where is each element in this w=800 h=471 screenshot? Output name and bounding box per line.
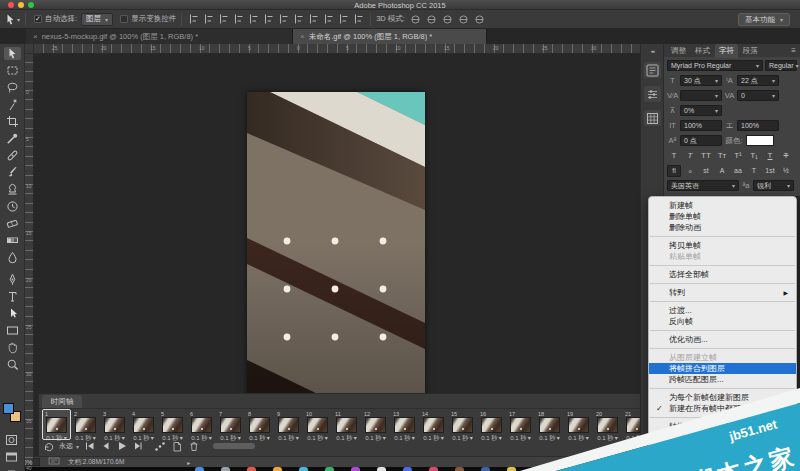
show-transform-checkbox[interactable]	[120, 15, 128, 23]
stylistic-alternates-button[interactable]: aa	[731, 165, 745, 177]
baseline-shift-field[interactable]: 0 点	[680, 135, 722, 146]
play-button[interactable]	[116, 441, 127, 451]
frame-1[interactable]: 10.1 秒 ▾	[43, 410, 70, 439]
dock-app-icon[interactable]	[273, 467, 282, 471]
frame-delay[interactable]: 0.1 秒 ▾	[538, 434, 561, 443]
frame-thumbnail[interactable]	[597, 417, 618, 433]
frame-18[interactable]: 180.1 秒 ▾	[536, 410, 563, 439]
timeline-scrollbar[interactable]	[213, 443, 255, 449]
frame-thumbnail[interactable]	[365, 417, 386, 433]
history-brush-tool[interactable]	[4, 200, 21, 213]
menu-item-14[interactable]: 优化动画...	[649, 334, 796, 345]
contextual-alternates-button[interactable]: ℴ	[683, 165, 697, 177]
all-caps-button[interactable]: TT	[699, 150, 713, 162]
frame-thumbnail[interactable]	[394, 417, 415, 433]
menu-item-11[interactable]: 过渡...	[649, 305, 796, 316]
frame-thumbnail[interactable]	[481, 417, 502, 433]
foreground-color-swatch[interactable]	[3, 403, 14, 414]
dock-app-icon[interactable]	[221, 467, 230, 471]
frame-thumbnail[interactable]	[75, 417, 96, 433]
tab-untitled[interactable]: × 未命名.gif @ 100% (图层 1, RGB/8) *	[293, 29, 487, 44]
gradient-tool[interactable]	[4, 234, 21, 247]
marquee-tool[interactable]	[4, 64, 21, 77]
distribute-right-icon[interactable]	[352, 13, 365, 26]
frame-8[interactable]: 80.1 秒 ▾	[246, 410, 273, 439]
frame-17[interactable]: 170.1 秒 ▾	[507, 410, 534, 439]
frame-delay[interactable]: 0.1 秒 ▾	[596, 434, 619, 443]
brush-tool[interactable]	[4, 166, 21, 179]
dock-app-icon[interactable]	[377, 467, 386, 471]
menu-item-2[interactable]: 删除动画	[649, 222, 796, 233]
dock-app-icon[interactable]	[403, 467, 412, 471]
menu-item-0[interactable]: 新建帧	[649, 200, 796, 211]
dock-app-icon[interactable]	[247, 467, 256, 471]
menu-item-17[interactable]: 将帧拼合到图层	[649, 363, 796, 374]
faux-italic-button[interactable]: T	[683, 150, 697, 162]
workspace-button[interactable]: 基本功能▾	[738, 13, 790, 26]
frame-thumbnail[interactable]	[191, 417, 212, 433]
align-top-edges-icon[interactable]	[187, 13, 200, 26]
menu-item-4[interactable]: 拷贝单帧	[649, 240, 796, 251]
leading-field[interactable]: 22 点▾	[737, 75, 779, 86]
frame-thumbnail[interactable]	[46, 417, 67, 433]
distribute-bottom-icon[interactable]	[307, 13, 320, 26]
history-panel-icon[interactable]	[644, 62, 661, 78]
hand-tool[interactable]	[4, 341, 21, 354]
frame-3[interactable]: 30.1 秒 ▾	[101, 410, 128, 439]
type-tool[interactable]	[4, 290, 21, 303]
frame-14[interactable]: 140.1 秒 ▾	[420, 410, 447, 439]
frame-thumbnail[interactable]	[539, 417, 560, 433]
dock-app-icon[interactable]	[429, 467, 438, 471]
blur-tool[interactable]	[4, 251, 21, 264]
vertical-scale-field[interactable]: 100%	[680, 120, 722, 131]
discretionary-ligatures-button[interactable]: st	[699, 165, 713, 177]
align-right-edges-icon[interactable]	[262, 13, 275, 26]
first-frame-button[interactable]	[84, 441, 95, 451]
3d-scale-icon[interactable]	[473, 13, 486, 26]
frame-thumbnail[interactable]	[220, 417, 241, 433]
eyedropper-tool[interactable]	[4, 132, 21, 145]
frame-thumbnail[interactable]	[162, 417, 183, 433]
collapse-panels-icon[interactable]: ◂◂	[650, 48, 653, 54]
distribute-vertical-icon[interactable]	[292, 13, 305, 26]
tab-adjustments[interactable]: 调整	[667, 44, 690, 58]
frame-delay[interactable]: 0.1 秒 ▾	[567, 434, 590, 443]
crop-tool[interactable]	[4, 115, 21, 128]
pen-tool[interactable]	[4, 273, 21, 286]
font-size-field[interactable]: 30 点▾	[680, 75, 722, 86]
tool-preset-caret-icon[interactable]: ▾	[17, 16, 20, 23]
frame-5[interactable]: 50.1 秒 ▾	[159, 410, 186, 439]
dock-app-icon[interactable]	[351, 467, 360, 471]
dock-app-icon[interactable]	[299, 467, 308, 471]
align-horizontal-centers-icon[interactable]	[247, 13, 260, 26]
info-panel-icon[interactable]	[644, 110, 661, 126]
frame-thumbnail[interactable]	[510, 417, 531, 433]
ordinals-button[interactable]: 1st	[763, 165, 777, 177]
move-tool[interactable]	[4, 47, 21, 60]
frame-12[interactable]: 120.1 秒 ▾	[362, 410, 389, 439]
distribute-top-icon[interactable]	[277, 13, 290, 26]
timeline-tab[interactable]: 时间轴	[42, 395, 82, 408]
healing-brush-tool[interactable]	[4, 149, 21, 162]
frame-6[interactable]: 60.1 秒 ▾	[188, 410, 215, 439]
titling-alternates-button[interactable]: T	[747, 165, 761, 177]
proportional-spacing-field[interactable]: 0%▾	[680, 105, 722, 116]
language-dropdown[interactable]: 美国英语▾	[667, 180, 739, 191]
horizontal-scale-field[interactable]: 100%	[737, 120, 779, 131]
frame-thumbnail[interactable]	[568, 417, 589, 433]
frame-thumbnail[interactable]	[133, 417, 154, 433]
path-select-tool[interactable]	[4, 307, 21, 320]
tween-button[interactable]	[154, 441, 166, 452]
menu-item-12[interactable]: 反向帧	[649, 316, 796, 327]
new-frame-button[interactable]	[171, 441, 183, 452]
loop-icon[interactable]	[43, 441, 54, 452]
frame-15[interactable]: 150.1 秒 ▾	[449, 410, 476, 439]
3d-rotate-icon[interactable]	[409, 13, 422, 26]
frame-11[interactable]: 110.1 秒 ▾	[333, 410, 360, 439]
tab-styles[interactable]: 样式	[691, 44, 714, 58]
text-color-swatch[interactable]	[746, 135, 774, 146]
frame-13[interactable]: 130.1 秒 ▾	[391, 410, 418, 439]
zoom-tool[interactable]	[4, 358, 21, 371]
frame-7[interactable]: 70.1 秒 ▾	[217, 410, 244, 439]
frame-thumbnail[interactable]	[278, 417, 299, 433]
